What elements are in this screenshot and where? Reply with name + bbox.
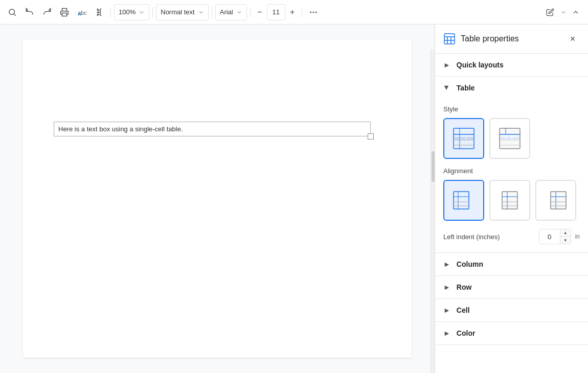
cell-section[interactable]: ► Cell xyxy=(435,299,588,322)
font-size-input[interactable]: 11 xyxy=(267,4,285,20)
indent-unit-label: in xyxy=(575,233,580,240)
divider-5 xyxy=(302,7,302,17)
align-right-icon xyxy=(543,188,569,213)
quick-layouts-chevron-icon: ► xyxy=(443,61,450,69)
panel-table-icon xyxy=(443,33,456,45)
color-section-label: Color xyxy=(457,329,476,337)
divider-2 xyxy=(152,7,153,17)
cell-text: Here is a text box using a single-cell t… xyxy=(58,125,183,133)
document-table[interactable]: Here is a text box using a single-cell t… xyxy=(54,122,371,136)
alignment-label: Alignment xyxy=(443,167,580,175)
table-section-content: Style xyxy=(435,99,588,253)
font-size-increase-button[interactable]: + xyxy=(286,4,299,20)
svg-rect-19 xyxy=(466,137,473,139)
editing-mode-button[interactable] xyxy=(542,4,558,20)
spellcheck-button[interactable]: abc xyxy=(74,4,90,20)
scrollbar-thumb[interactable] xyxy=(432,151,435,182)
more-icon xyxy=(309,8,318,17)
text-style-value: Normal text xyxy=(161,8,194,16)
svg-rect-26 xyxy=(506,137,511,139)
svg-point-4 xyxy=(310,11,311,13)
svg-rect-38 xyxy=(551,192,566,209)
align-right-option[interactable] xyxy=(535,180,576,221)
chevron-up-icon xyxy=(572,8,580,16)
svg-point-0 xyxy=(9,9,15,15)
column-section[interactable]: ► Column xyxy=(435,253,588,276)
indent-decrease-button[interactable]: ▼ xyxy=(560,237,571,244)
pencil-icon xyxy=(546,8,554,16)
view-toggle-button[interactable] xyxy=(568,4,584,20)
svg-text:abc: abc xyxy=(78,9,87,15)
print-button[interactable] xyxy=(56,4,73,20)
table-cell[interactable]: Here is a text box using a single-cell t… xyxy=(54,122,371,136)
align-left-option[interactable] xyxy=(443,180,484,221)
table-container: Here is a text box using a single-cell t… xyxy=(54,122,371,136)
indent-label: Left indent (inches) xyxy=(443,233,535,241)
zoom-chevron-icon xyxy=(139,9,145,15)
table-resize-handle[interactable] xyxy=(368,133,374,139)
style-label: Style xyxy=(443,105,580,113)
panel-header: Table properties × xyxy=(435,25,588,54)
align-left-icon xyxy=(451,188,477,213)
svg-rect-33 xyxy=(502,192,517,209)
divider-3 xyxy=(212,7,212,17)
style-icon-1 xyxy=(451,126,477,151)
divider-4 xyxy=(250,7,251,17)
row-section-label: Row xyxy=(457,283,472,291)
color-section[interactable]: ► Color xyxy=(435,322,588,345)
indent-input-group: 0 ▲ ▼ xyxy=(539,229,571,244)
close-icon: × xyxy=(570,34,576,44)
toolbar: abc 100% Normal text Arial − 11 + xyxy=(0,0,588,25)
side-panel: Table properties × ► Quick layouts ► Tab… xyxy=(435,25,588,373)
indent-spinners: ▲ ▼ xyxy=(560,229,571,244)
indent-increase-button[interactable]: ▲ xyxy=(560,229,571,237)
pencil-group xyxy=(542,4,567,20)
font-size-group: − 11 + xyxy=(254,4,299,20)
undo-button[interactable] xyxy=(21,4,38,20)
search-button[interactable] xyxy=(4,4,20,20)
document-area: Here is a text box using a single-cell t… xyxy=(0,25,435,373)
style-icon-2 xyxy=(497,126,523,151)
panel-title-group: Table properties xyxy=(443,33,519,45)
doc-scrollbar[interactable] xyxy=(431,49,435,373)
svg-rect-25 xyxy=(500,137,505,139)
column-section-label: Column xyxy=(457,260,483,268)
alignment-grid xyxy=(443,180,580,221)
more-options-button[interactable] xyxy=(305,4,322,20)
align-center-icon xyxy=(497,188,523,213)
table-section-label: Table xyxy=(457,84,475,92)
svg-point-5 xyxy=(312,11,314,13)
svg-point-6 xyxy=(315,11,316,13)
style-grid xyxy=(443,118,580,159)
style-option-2[interactable] xyxy=(489,118,530,159)
redo-button[interactable] xyxy=(39,4,55,20)
table-section-header[interactable]: ► Table xyxy=(435,77,588,99)
svg-rect-18 xyxy=(460,137,465,139)
paint-format-button[interactable] xyxy=(91,4,107,20)
svg-rect-28 xyxy=(454,192,469,209)
svg-rect-17 xyxy=(454,137,459,139)
font-dropdown[interactable]: Arial xyxy=(215,4,247,20)
row-section[interactable]: ► Row xyxy=(435,276,588,299)
svg-line-1 xyxy=(14,14,15,15)
indent-value-input[interactable]: 0 xyxy=(539,229,560,244)
indent-row: Left indent (inches) 0 ▲ ▼ in xyxy=(443,229,580,244)
text-style-chevron-icon xyxy=(198,9,204,15)
zoom-dropdown[interactable]: 100% xyxy=(114,4,149,20)
table-section-chevron-icon: ► xyxy=(443,84,451,91)
color-chevron-icon: ► xyxy=(443,329,450,337)
text-style-dropdown[interactable]: Normal text xyxy=(156,4,208,20)
divider-1 xyxy=(110,7,111,17)
quick-layouts-label: Quick layouts xyxy=(457,61,504,69)
main-area: Here is a text box using a single-cell t… xyxy=(0,25,588,373)
cell-section-label: Cell xyxy=(457,306,470,314)
align-center-option[interactable] xyxy=(489,180,530,221)
zoom-value: 100% xyxy=(119,8,135,16)
quick-layouts-section[interactable]: ► Quick layouts xyxy=(435,54,588,77)
panel-close-button[interactable]: × xyxy=(566,32,580,46)
font-size-decrease-button[interactable]: − xyxy=(254,4,266,20)
table-row: Here is a text box using a single-cell t… xyxy=(54,122,371,136)
document-page: Here is a text box using a single-cell t… xyxy=(23,40,412,358)
style-option-1[interactable] xyxy=(443,118,484,159)
svg-rect-2 xyxy=(62,13,67,16)
